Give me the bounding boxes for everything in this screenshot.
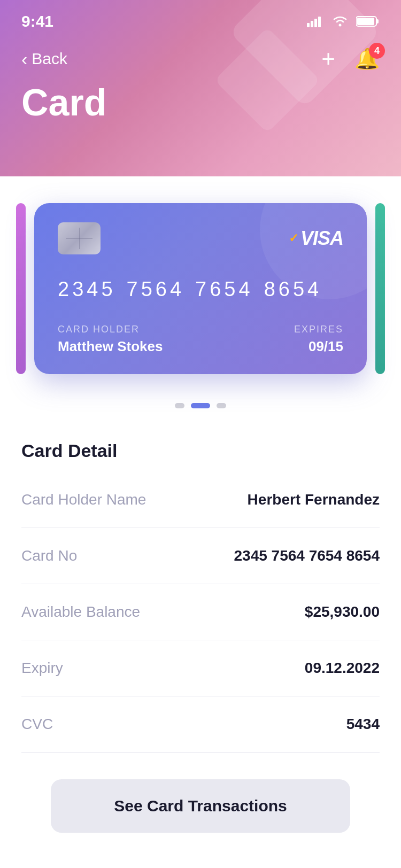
visa-logo: VISA	[300, 227, 343, 250]
card-detail-title: Card Detail	[21, 424, 380, 472]
detail-value-balance: $25,930.00	[305, 603, 380, 621]
card-chip	[58, 222, 101, 254]
detail-value-holder-name: Herbert Fernandez	[248, 491, 380, 508]
card-section: ✓ VISA 2345 7564 7654 8654 CARD HOLDER M…	[0, 176, 401, 390]
detail-row-card-no: Card No 2345 7564 7654 8654	[21, 528, 380, 584]
detail-label-expiry: Expiry	[21, 660, 63, 677]
card-top-row: ✓ VISA	[58, 222, 343, 254]
add-button[interactable]: +	[321, 47, 335, 71]
detail-row-cvc: CVC 5434	[21, 696, 380, 753]
dot-3	[217, 403, 226, 408]
card-detail-section: Card Detail Card Holder Name Herbert Fer…	[0, 424, 401, 753]
svg-rect-2	[314, 19, 317, 27]
svg-rect-1	[311, 21, 313, 27]
card-holder-info: CARD HOLDER Matthew Stokes	[58, 324, 163, 355]
svg-rect-3	[318, 17, 321, 27]
status-time: 9:41	[21, 12, 53, 30]
card-number-2: 7564	[127, 278, 185, 301]
card-number: 2345 7564 7654 8654	[58, 278, 343, 301]
status-bar: 9:41	[0, 0, 401, 43]
credit-card[interactable]: ✓ VISA 2345 7564 7654 8654 CARD HOLDER M…	[34, 203, 367, 374]
signal-icon	[307, 15, 324, 27]
detail-label-balance: Available Balance	[21, 603, 140, 621]
detail-value-cvc: 5434	[346, 716, 380, 733]
back-chevron-icon: ‹	[21, 50, 27, 68]
dot-2-active	[191, 403, 210, 408]
svg-rect-0	[307, 23, 310, 27]
card-peek-right	[375, 203, 385, 374]
card-holder-label: CARD HOLDER	[58, 324, 163, 335]
card-number-3: 7654	[195, 278, 253, 301]
detail-row-balance: Available Balance $25,930.00	[21, 584, 380, 640]
detail-label-holder-name: Card Holder Name	[21, 491, 146, 508]
back-label: Back	[32, 50, 67, 68]
home-indicator	[0, 865, 401, 868]
notification-button[interactable]: 🔔 4	[354, 47, 380, 71]
see-transactions-button[interactable]: See Card Transactions	[51, 779, 350, 833]
page-title: Card	[0, 71, 401, 124]
detail-value-card-no: 2345 7564 7654 8654	[234, 547, 380, 564]
header-actions: + 🔔 4	[321, 47, 380, 71]
header: 9:41 ‹	[0, 0, 401, 176]
detail-value-expiry: 09.12.2022	[305, 660, 380, 677]
card-number-1: 2345	[58, 278, 116, 301]
card-holder-name: Matthew Stokes	[58, 338, 163, 355]
battery-icon	[356, 15, 380, 27]
svg-point-4	[339, 24, 342, 27]
card-number-4: 8654	[264, 278, 322, 301]
button-section: See Card Transactions	[0, 753, 401, 865]
status-icons	[307, 15, 380, 28]
detail-label-cvc: CVC	[21, 716, 53, 733]
card-peek-left	[16, 203, 26, 374]
wifi-icon	[331, 15, 349, 28]
detail-label-card-no: Card No	[21, 547, 77, 564]
card-bottom-row: CARD HOLDER Matthew Stokes EXPIRES 09/15	[58, 324, 343, 355]
card-expires-info: EXPIRES 09/15	[294, 324, 343, 355]
expires-label: EXPIRES	[294, 324, 343, 335]
detail-row-expiry: Expiry 09.12.2022	[21, 640, 380, 696]
dots-indicator	[0, 390, 401, 424]
expires-value: 09/15	[294, 338, 343, 355]
back-button[interactable]: ‹ Back	[21, 50, 67, 68]
svg-rect-7	[376, 19, 379, 24]
svg-rect-6	[357, 18, 374, 25]
notification-badge: 4	[369, 43, 385, 59]
dot-1	[175, 403, 184, 408]
detail-row-holder-name: Card Holder Name Herbert Fernandez	[21, 472, 380, 528]
